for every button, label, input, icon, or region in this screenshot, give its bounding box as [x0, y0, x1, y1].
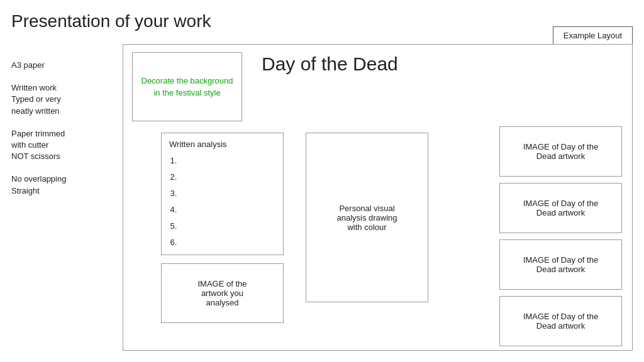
note-written-work: Written work Typed or very neatly writte… [11, 82, 112, 117]
personal-visual-label: Personal visual analysis drawing with co… [336, 204, 397, 232]
artwork-analysed-box: IMAGE of the artwork you analysed [161, 263, 284, 323]
artwork-analysed-label: IMAGE of the artwork you analysed [197, 279, 247, 307]
list-item [179, 234, 275, 251]
example-layout-button[interactable]: Example Layout [553, 26, 633, 45]
right-image-1: IMAGE of Day of the Dead artwork [499, 126, 622, 177]
right-image-3: IMAGE of Day of the Dead artwork [499, 239, 622, 290]
main-layout: Day of the Dead Decorate the background … [123, 44, 633, 351]
list-item [179, 153, 275, 169]
note-no-overlapping: No overlapping Straight [11, 173, 112, 196]
written-analysis-list [169, 153, 275, 251]
list-item [179, 185, 275, 202]
decorate-box: Decorate the background in the festival … [132, 52, 242, 121]
note-paper-trimmed: Paper trimmed with cutter NOT scissors [11, 128, 112, 163]
day-of-dead-title: Day of the Dead [262, 53, 398, 75]
written-analysis-title: Written analysis [169, 140, 275, 149]
written-analysis-box: Written analysis [161, 133, 284, 255]
list-item [179, 218, 275, 234]
note-a3-paper: A3 paper [11, 60, 112, 71]
list-item [179, 169, 275, 185]
right-image-2: IMAGE of Day of the Dead artwork [499, 183, 622, 233]
decorate-text: Decorate the background in the festival … [138, 75, 236, 99]
left-notes: A3 paper Written work Typed or very neat… [11, 60, 112, 208]
right-image-4: IMAGE of Day of the Dead artwork [499, 296, 622, 346]
personal-visual-box: Personal visual analysis drawing with co… [306, 133, 428, 302]
right-images-column: IMAGE of Day of the Dead artwork IMAGE o… [499, 126, 622, 346]
list-item [179, 202, 275, 218]
page-title: Presentation of your work [11, 11, 211, 31]
